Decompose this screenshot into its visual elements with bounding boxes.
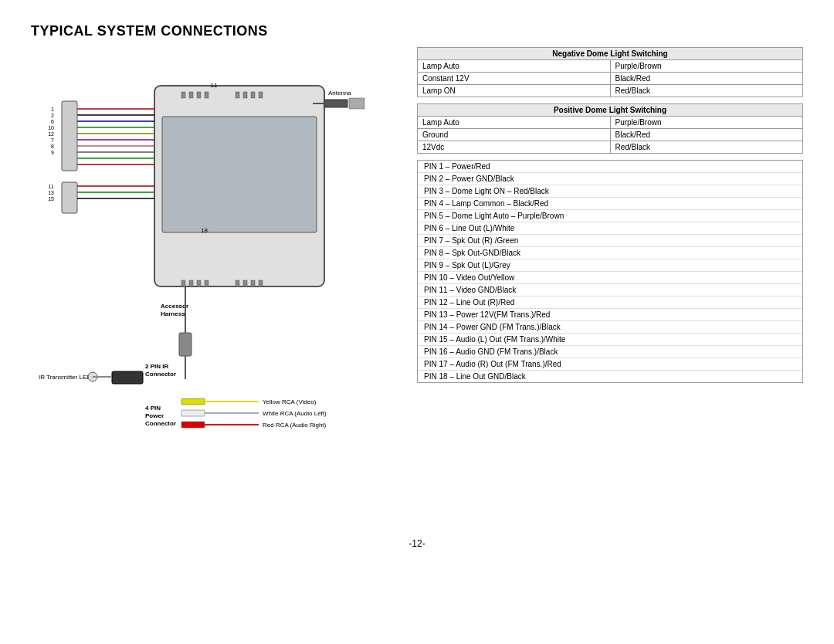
pin-list-item: PIN 7 – Spk Out (R) /Green [418, 235, 802, 247]
svg-text:Connector: Connector [145, 371, 176, 378]
svg-text:Red RCA (Audio Right): Red RCA (Audio Right) [263, 422, 327, 429]
table-cell: Red/Black [610, 141, 803, 154]
svg-text:1: 1 [51, 107, 54, 112]
table-cell: Constant 12V [418, 73, 611, 85]
svg-rect-2 [181, 92, 185, 98]
content-area: Antenna 1 2 6 [31, 47, 803, 526]
svg-rect-15 [243, 280, 247, 286]
svg-rect-13 [205, 280, 208, 286]
svg-rect-56 [112, 371, 143, 384]
pin-list-item: PIN 1 – Power/Red [418, 161, 802, 173]
svg-text:11: 11 [211, 82, 218, 89]
table-cell: Black/Red [610, 73, 803, 85]
svg-text:Accessor: Accessor [161, 303, 188, 310]
pin-list: PIN 1 – Power/RedPIN 2 – Power GND/Black… [417, 160, 803, 383]
antenna-label: Antenna [328, 90, 351, 97]
table-cell: Purple/Brown [610, 60, 803, 73]
pin-list-item: PIN 11 – Video GND/Black [418, 284, 802, 297]
pin-list-item: PIN 5 – Dome Light Auto – Purple/Brown [418, 210, 802, 222]
svg-text:Connector: Connector [145, 420, 176, 427]
svg-text:12: 12 [48, 131, 54, 137]
svg-rect-16 [251, 280, 255, 286]
svg-text:18: 18 [201, 227, 208, 234]
svg-text:13: 13 [48, 190, 54, 195]
negative-dome-table-wrapper: Negative Dome Light SwitchingLamp AutoPu… [417, 47, 803, 97]
table-cell: Black/Red [610, 129, 803, 141]
svg-rect-10 [181, 280, 185, 286]
pin-list-item: PIN 18 – Line Out GND/Black [418, 371, 802, 382]
svg-rect-9 [259, 92, 263, 98]
svg-rect-12 [197, 280, 201, 286]
svg-text:Power: Power [145, 412, 164, 419]
svg-rect-3 [189, 92, 193, 98]
svg-rect-31 [62, 101, 77, 171]
table-cell: Lamp Auto [418, 117, 611, 129]
page-number: -12- [31, 538, 803, 549]
right-area: Negative Dome Light SwitchingLamp AutoPu… [417, 47, 803, 526]
svg-rect-6 [236, 92, 239, 98]
svg-rect-17 [259, 280, 263, 286]
svg-text:6: 6 [51, 119, 54, 124]
svg-text:2: 2 [51, 113, 54, 118]
svg-text:Yellow RCA (Video): Yellow RCA (Video) [263, 398, 317, 405]
pin-list-item: PIN 4 – Lamp Common – Black/Red [418, 198, 802, 210]
svg-text:White RCA (Audio Left): White RCA (Audio Left) [263, 410, 327, 417]
svg-rect-7 [243, 92, 247, 98]
pin-list-item: PIN 6 – Line Out (L)/White [418, 222, 802, 235]
svg-text:11: 11 [48, 184, 54, 189]
table-cell: Red/Black [610, 85, 803, 97]
page: TYPICAL SYSTEM CONNECTIONS [0, 0, 834, 644]
pin-list-item: PIN 13 – Power 12V(FM Trans.)/Red [418, 309, 802, 321]
table-cell: Lamp ON [418, 85, 611, 97]
svg-text:9: 9 [51, 150, 54, 155]
svg-rect-5 [205, 92, 208, 98]
svg-rect-40 [62, 182, 77, 213]
svg-rect-20 [349, 98, 364, 109]
table-cell: Ground [418, 129, 611, 141]
pin-list-item: PIN 10 – Video Out/Yellow [418, 272, 802, 284]
svg-rect-11 [189, 280, 193, 286]
svg-text:15: 15 [48, 196, 54, 202]
svg-rect-18 [324, 100, 348, 107]
svg-rect-66 [181, 410, 205, 416]
table-cell: 12Vdc [418, 141, 611, 154]
pin-list-item: PIN 17 – Audio (R) Out (FM Trans.)/Red [418, 358, 802, 371]
svg-text:Harness: Harness [161, 310, 185, 317]
positive-dome-table-wrapper: Positive Dome Light SwitchingLamp AutoPu… [417, 103, 803, 154]
svg-rect-8 [251, 92, 255, 98]
svg-rect-4 [197, 92, 201, 98]
svg-rect-63 [181, 398, 205, 405]
svg-text:8: 8 [51, 144, 54, 149]
pin-list-item: PIN 16 – Audio GND (FM Trans.)/Black [418, 346, 802, 358]
pin-list-item: PIN 2 – Power GND/Black [418, 173, 802, 185]
page-title: TYPICAL SYSTEM CONNECTIONS [31, 23, 803, 39]
svg-text:IR Transmitter LED: IR Transmitter LED [39, 374, 91, 381]
positive-dome-table: Positive Dome Light SwitchingLamp AutoPu… [417, 103, 803, 154]
svg-rect-1 [162, 117, 317, 232]
svg-text:4 PIN: 4 PIN [145, 405, 161, 412]
table-cell: Purple/Brown [610, 117, 803, 129]
pin-list-item: PIN 15 – Audio (L) Out (FM Trans.)/White [418, 334, 802, 346]
svg-text:10: 10 [48, 125, 54, 130]
pin-list-item: PIN 3 – Dome Light ON – Red/Black [418, 185, 802, 198]
pin-list-item: PIN 9 – Spk Out (L)/Grey [418, 259, 802, 272]
svg-text:2 PIN IR: 2 PIN IR [145, 363, 168, 370]
wiring-diagram: Antenna 1 2 6 [31, 47, 402, 495]
pin-list-item: PIN 12 – Line Out (R)/Red [418, 297, 802, 309]
svg-text:7: 7 [51, 137, 54, 143]
pin-list-item: PIN 8 – Spk Out-GND/Black [418, 247, 802, 259]
svg-rect-69 [181, 422, 205, 428]
pin-list-item: PIN 14 – Power GND (FM Trans.)/Black [418, 321, 802, 334]
svg-rect-14 [236, 280, 239, 286]
table-cell: Lamp Auto [418, 60, 611, 73]
svg-rect-52 [179, 333, 192, 356]
negative-dome-table: Negative Dome Light SwitchingLamp AutoPu… [417, 47, 803, 97]
diagram-area: Antenna 1 2 6 [31, 47, 402, 526]
